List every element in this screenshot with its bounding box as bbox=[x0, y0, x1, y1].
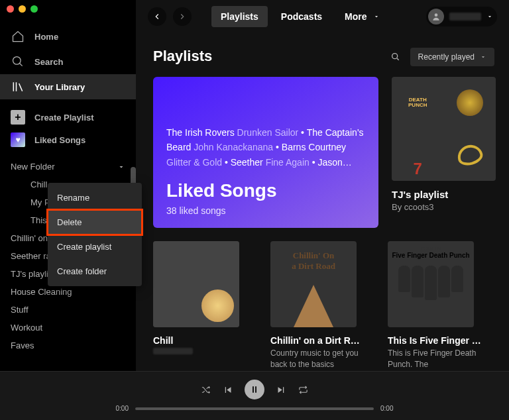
previous-button[interactable] bbox=[223, 385, 233, 395]
create-playlist-label: Create Playlist bbox=[34, 113, 94, 123]
window-controls bbox=[7, 5, 38, 13]
playlist-art bbox=[153, 241, 239, 327]
main-content: Playlists Recently played The Irish Rove… bbox=[136, 33, 509, 371]
tab-more-label: More bbox=[345, 11, 367, 22]
shuffle-button[interactable] bbox=[201, 385, 211, 395]
sort-label: Recently played bbox=[418, 52, 475, 62]
svg-point-0 bbox=[13, 57, 21, 65]
search-icon bbox=[11, 54, 25, 69]
folder-name: New Folder bbox=[11, 162, 54, 172]
liked-songs-label: Liked Songs bbox=[34, 135, 85, 145]
svg-point-2 bbox=[392, 54, 397, 59]
card-title: Chillin' on a Dirt R… bbox=[270, 335, 374, 346]
sidebar-playlist-item[interactable]: Stuff bbox=[11, 301, 136, 319]
total-time: 0:00 bbox=[380, 405, 393, 412]
next-button[interactable] bbox=[276, 385, 286, 395]
back-button[interactable] bbox=[148, 7, 166, 26]
playlist-card-tj[interactable]: DEATHPUNCH 7 TJ's playlist By ccoots3 bbox=[392, 77, 496, 228]
svg-point-1 bbox=[435, 13, 438, 17]
ctx-delete[interactable]: Delete bbox=[48, 210, 142, 235]
playlist-art: Chillin' On a Dirt Road bbox=[270, 241, 357, 327]
tab-playlists[interactable]: Playlists bbox=[211, 6, 268, 27]
playlist-card-dirt-road[interactable]: Chillin' On a Dirt Road Chillin' on a Di… bbox=[270, 241, 374, 370]
card-subtitle: Country music to get you back to the bas… bbox=[270, 348, 374, 370]
liked-tracks-preview: The Irish Rovers Drunken Sailor • The Ca… bbox=[166, 125, 365, 170]
nav-search[interactable]: Search bbox=[0, 49, 136, 74]
card-subtitle: By ccoots3 bbox=[392, 202, 496, 212]
library-icon bbox=[11, 79, 25, 94]
play-pause-button[interactable] bbox=[245, 380, 264, 399]
search-in-page-icon[interactable] bbox=[390, 52, 401, 62]
nav-home[interactable]: Home bbox=[0, 24, 136, 49]
context-menu: Rename Delete Create playlist Create fol… bbox=[48, 183, 142, 286]
playlist-art: THIS IS Five Finger Death Punch bbox=[388, 241, 474, 327]
ctx-rename[interactable]: Rename bbox=[48, 185, 142, 210]
user-menu[interactable] bbox=[426, 7, 497, 26]
tab-more[interactable]: More bbox=[335, 6, 389, 27]
plus-icon: + bbox=[11, 110, 25, 125]
topbar: Playlists Podcasts More bbox=[136, 0, 509, 33]
nav-library[interactable]: Your Library bbox=[0, 74, 136, 99]
tab-podcasts[interactable]: Podcasts bbox=[272, 6, 331, 27]
player-bar: 0:00 0:00 bbox=[0, 371, 509, 420]
sort-dropdown[interactable]: Recently played bbox=[410, 48, 494, 66]
chevron-down-icon bbox=[373, 11, 380, 22]
chevron-down-icon bbox=[486, 13, 493, 20]
chevron-down-icon bbox=[117, 163, 125, 171]
avatar bbox=[428, 9, 444, 25]
liked-card-subtitle: 38 liked songs bbox=[166, 205, 365, 216]
forward-button[interactable] bbox=[173, 7, 192, 26]
card-subtitle: This is Five Finger Death Punch. The bbox=[388, 348, 492, 370]
card-title: Chill bbox=[153, 335, 257, 346]
nav-home-label: Home bbox=[34, 32, 58, 42]
liked-songs-card[interactable]: The Irish Rovers Drunken Sailor • The Ca… bbox=[153, 77, 378, 228]
minimize-window-icon[interactable] bbox=[19, 5, 26, 13]
folder-header[interactable]: New Folder bbox=[0, 158, 136, 176]
ctx-create-folder[interactable]: Create folder bbox=[48, 259, 142, 284]
repeat-button[interactable] bbox=[298, 385, 308, 395]
maximize-window-icon[interactable] bbox=[30, 5, 38, 13]
sidebar-playlist-item[interactable]: Faves bbox=[11, 337, 136, 354]
playlist-card-ffdp[interactable]: THIS IS Five Finger Death Punch This Is … bbox=[388, 241, 492, 370]
home-icon bbox=[11, 29, 25, 44]
chevron-down-icon bbox=[480, 54, 486, 60]
liked-card-title: Liked Songs bbox=[166, 180, 365, 201]
sidebar-playlist-item[interactable]: Workout bbox=[11, 319, 136, 337]
elapsed-time: 0:00 bbox=[116, 405, 129, 412]
close-window-icon[interactable] bbox=[7, 5, 14, 13]
username bbox=[449, 13, 481, 21]
playlist-art: DEATHPUNCH 7 bbox=[392, 77, 496, 181]
card-subtitle bbox=[153, 348, 193, 354]
card-title: This Is Five Finger … bbox=[388, 335, 492, 346]
create-playlist[interactable]: + Create Playlist bbox=[0, 106, 136, 129]
nav-library-label: Your Library bbox=[34, 82, 85, 92]
playlist-card-chill[interactable]: Chill bbox=[153, 241, 257, 370]
nav-search-label: Search bbox=[34, 57, 63, 67]
progress-bar[interactable] bbox=[135, 407, 374, 410]
heart-icon: ♥ bbox=[11, 132, 25, 147]
liked-songs-nav[interactable]: ♥ Liked Songs bbox=[0, 129, 136, 151]
ctx-create-playlist[interactable]: Create playlist bbox=[48, 235, 142, 259]
card-title: TJ's playlist bbox=[392, 189, 496, 200]
